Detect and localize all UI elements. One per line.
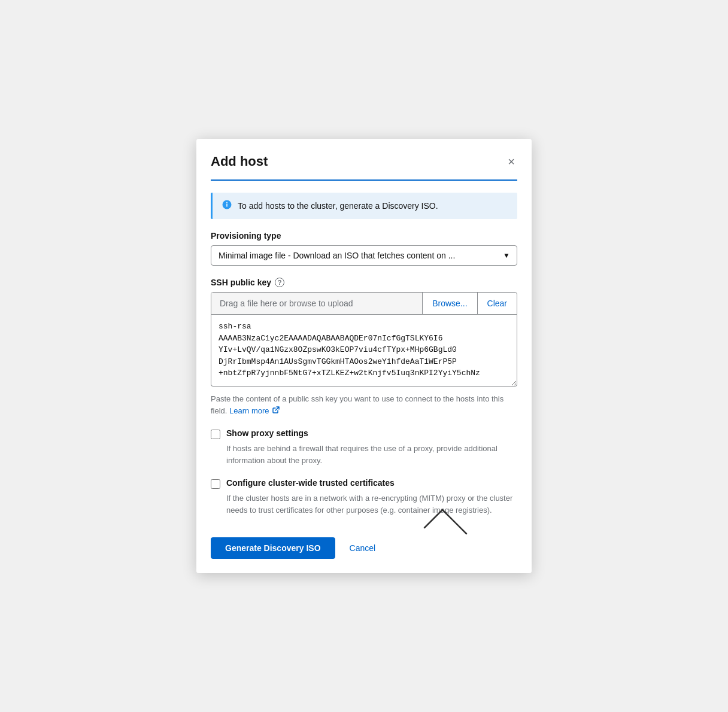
ssh-label-row: SSH public key ? bbox=[211, 278, 517, 287]
file-drop-zone[interactable]: Drag a file here or browse to upload bbox=[211, 293, 423, 314]
ssh-section: SSH public key ? Drag a file here or bro… bbox=[211, 278, 517, 416]
divider-line bbox=[211, 179, 517, 181]
certificates-checkbox-row: Configure cluster-wide trusted certifica… bbox=[211, 478, 517, 489]
modal-title: Add host bbox=[211, 154, 268, 169]
provisioning-section: Provisioning type Minimal image file - D… bbox=[211, 231, 517, 266]
provisioning-label: Provisioning type bbox=[211, 231, 517, 241]
info-icon bbox=[222, 200, 232, 212]
footer-actions: Generate Discovery ISO Cancel bbox=[211, 528, 517, 559]
ssh-label-text: SSH public key bbox=[211, 278, 271, 287]
certificates-section: Configure cluster-wide trusted certifica… bbox=[211, 478, 517, 516]
external-link-icon bbox=[272, 406, 280, 416]
certificates-checkbox[interactable] bbox=[211, 479, 220, 489]
provisioning-select-wrapper: Minimal image file - Download an ISO tha… bbox=[211, 245, 517, 266]
svg-rect-1 bbox=[226, 204, 228, 207]
svg-point-2 bbox=[226, 202, 228, 203]
cancel-button[interactable]: Cancel bbox=[345, 537, 381, 559]
info-banner: To add hosts to the cluster, generate a … bbox=[211, 193, 517, 219]
learn-more-link[interactable]: Learn more bbox=[229, 406, 269, 415]
help-icon[interactable]: ? bbox=[275, 278, 284, 287]
checkmark-decoration bbox=[421, 507, 469, 537]
file-upload-row: Drag a file here or browse to upload Bro… bbox=[211, 292, 517, 315]
generate-discovery-iso-button[interactable]: Generate Discovery ISO bbox=[211, 537, 335, 559]
close-icon: × bbox=[508, 156, 515, 168]
ssh-hint: Paste the content of a public ssh key yo… bbox=[211, 393, 517, 416]
proxy-checkbox-label[interactable]: Show proxy settings bbox=[226, 428, 308, 438]
proxy-section: Show proxy settings If hosts are behind … bbox=[211, 428, 517, 466]
certificates-description: If the cluster hosts are in a network wi… bbox=[226, 492, 517, 516]
clear-button[interactable]: Clear bbox=[478, 293, 517, 314]
modal-overlay: Add host × To add hosts to the cluster, … bbox=[0, 0, 728, 712]
provisioning-select[interactable]: Minimal image file - Download an ISO tha… bbox=[211, 245, 517, 266]
footer-container: Generate Discovery ISO Cancel bbox=[211, 528, 517, 559]
browse-button[interactable]: Browse... bbox=[423, 293, 477, 314]
close-button[interactable]: × bbox=[505, 153, 517, 170]
proxy-checkbox[interactable] bbox=[211, 430, 220, 439]
proxy-checkbox-row: Show proxy settings bbox=[211, 428, 517, 439]
certificates-checkbox-label[interactable]: Configure cluster-wide trusted certifica… bbox=[226, 478, 395, 488]
modal: Add host × To add hosts to the cluster, … bbox=[196, 139, 532, 573]
info-banner-text: To add hosts to the cluster, generate a … bbox=[238, 201, 438, 211]
ssh-textarea[interactable]: <span class="ssh-text-first-line">ssh-rs… bbox=[211, 315, 517, 387]
proxy-description: If hosts are behind a firewall that requ… bbox=[226, 443, 517, 466]
modal-header: Add host × bbox=[211, 153, 517, 170]
